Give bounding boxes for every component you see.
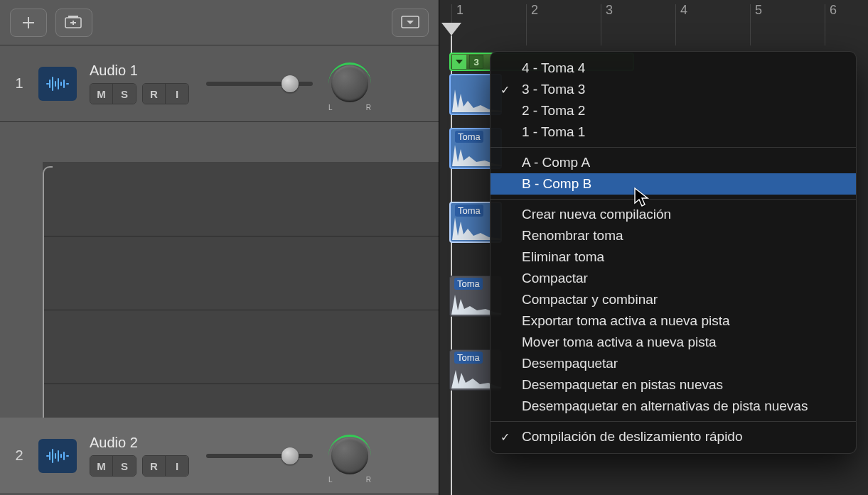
check-icon: ✓ <box>500 430 510 444</box>
pan-left-label: L <box>328 104 333 111</box>
menu-separator <box>491 147 856 148</box>
menu-item-take-2[interactable]: 2 - Toma 2 <box>491 100 856 121</box>
record-input-group: R I <box>142 83 189 104</box>
comp-take-number[interactable]: 3 <box>469 55 483 69</box>
waveform-icon <box>45 76 70 92</box>
menu-item-flatten-merge[interactable]: Compactar y combinar <box>491 289 856 310</box>
take-label: Toma <box>454 352 483 364</box>
mute-solo-group: M S <box>90 455 136 477</box>
menu-item-comp-a[interactable]: A - Comp A <box>491 152 856 173</box>
playhead-icon[interactable] <box>441 23 461 36</box>
take-label: Toma <box>454 278 483 290</box>
check-icon: ✓ <box>500 83 510 97</box>
menu-item-comp-b[interactable]: B - Comp B <box>491 173 856 195</box>
track-view-menu-button[interactable] <box>392 9 429 37</box>
track-header-2[interactable]: 2 Audio 2 M S R I <box>0 418 439 494</box>
menu-item-rename-take[interactable]: Renombrar toma <box>491 225 856 246</box>
mute-button[interactable]: M <box>90 456 113 476</box>
menu-item-unpack-new-tracks[interactable]: Desempaquetar en pistas nuevas <box>491 374 856 396</box>
pan-left-label: L <box>328 476 333 484</box>
dropdown-icon <box>401 16 419 30</box>
add-track-stack-button[interactable] <box>55 9 92 37</box>
menu-item-unpack-alt-tracks[interactable]: Desempaquetar en alternativas de pista n… <box>491 396 856 417</box>
volume-slider[interactable] <box>206 82 313 86</box>
menu-item-new-comp[interactable]: Crear nueva compilación <box>491 204 856 225</box>
toolbar <box>0 0 439 45</box>
bar-number: 1 <box>456 3 464 18</box>
track-name[interactable]: Audio 1 <box>90 62 189 79</box>
pan-knob[interactable]: LR <box>331 437 368 474</box>
take-folder-context-menu[interactable]: 4 - Toma 4 ✓3 - Toma 3 2 - Toma 2 1 - To… <box>490 51 857 454</box>
add-track-icon <box>65 16 83 30</box>
bar-number: 6 <box>830 3 837 18</box>
record-input-group: R I <box>142 455 189 477</box>
menu-item-take-3[interactable]: ✓3 - Toma 3 <box>491 79 856 100</box>
track-list: 1 Audio 1 M S R I <box>0 45 439 495</box>
mute-solo-group: M S <box>90 83 136 104</box>
menu-item-flatten[interactable]: Compactar <box>491 268 856 289</box>
menu-separator <box>491 199 856 200</box>
waveform-icon <box>45 448 70 464</box>
take-folder-bracket <box>43 166 53 457</box>
input-monitor-button[interactable]: I <box>166 84 188 104</box>
menu-item-export-active-take[interactable]: Exportar toma activa a nueva pista <box>491 310 856 332</box>
menu-item-unpack[interactable]: Desempaquetar <box>491 353 856 374</box>
app-root: 1 Audio 1 M S R I <box>0 0 868 495</box>
take-folder-disclosure[interactable] <box>452 55 466 69</box>
mute-button[interactable]: M <box>90 84 113 104</box>
record-enable-button[interactable]: R <box>143 456 166 476</box>
bar-number: 5 <box>755 3 762 18</box>
add-button[interactable] <box>10 9 47 37</box>
track-header-panel: 1 Audio 1 M S R I <box>0 0 439 495</box>
input-monitor-button[interactable]: I <box>166 456 188 476</box>
chevron-down-icon <box>454 57 464 67</box>
track-number: 2 <box>0 447 38 464</box>
pan-right-label: R <box>366 476 371 484</box>
track-name[interactable]: Audio 2 <box>90 435 189 451</box>
track-header-1[interactable]: 1 Audio 1 M S R I <box>0 45 439 122</box>
menu-separator <box>491 421 856 422</box>
timeline-ruler[interactable]: 1 2 3 4 5 6 <box>439 0 868 45</box>
menu-item-take-1[interactable]: 1 - Toma 1 <box>491 121 856 143</box>
track-icon-audio[interactable] <box>38 67 77 101</box>
ruler-grid: 1 2 3 4 5 6 <box>439 0 868 45</box>
menu-item-take-4[interactable]: 4 - Toma 4 <box>491 58 856 79</box>
volume-slider[interactable] <box>206 454 313 458</box>
record-enable-button[interactable]: R <box>143 84 166 104</box>
track-number: 1 <box>0 75 38 92</box>
track-icon-audio[interactable] <box>38 439 77 473</box>
pan-right-label: R <box>366 104 371 111</box>
bar-number: 3 <box>606 3 613 18</box>
svg-rect-1 <box>68 16 78 18</box>
plus-icon <box>21 16 36 30</box>
menu-item-move-active-take[interactable]: Mover toma activa a nueva pista <box>491 332 856 353</box>
menu-item-delete-take[interactable]: Eliminar toma <box>491 246 856 268</box>
take-lanes-area <box>43 162 439 460</box>
bar-number: 2 <box>531 3 538 18</box>
menu-item-quick-swipe-comping[interactable]: ✓Compilación de deslizamiento rápido <box>491 426 856 447</box>
bar-number: 4 <box>680 3 687 18</box>
pan-knob[interactable]: LR <box>331 65 368 102</box>
solo-button[interactable]: S <box>113 84 136 104</box>
solo-button[interactable]: S <box>113 456 136 476</box>
